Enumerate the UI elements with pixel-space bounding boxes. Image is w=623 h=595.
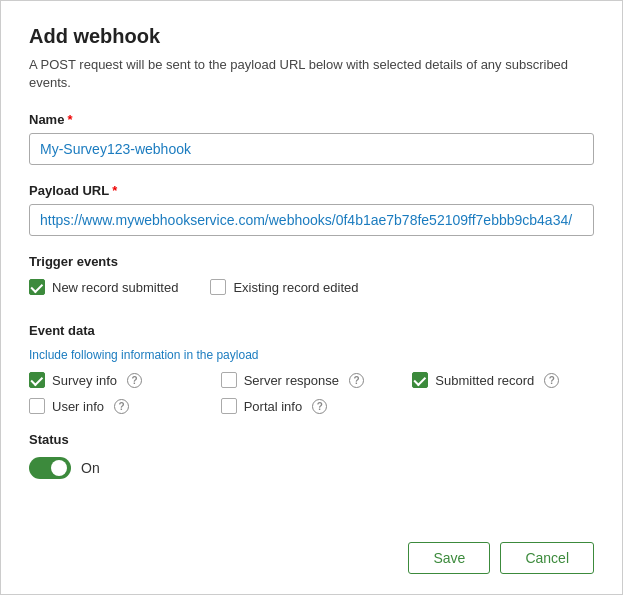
portal-info-help-icon: ? xyxy=(312,399,327,414)
trigger-events-row: New record submitted Existing record edi… xyxy=(29,279,594,295)
name-input[interactable] xyxy=(29,133,594,165)
dialog-footer: Save Cancel xyxy=(29,526,594,574)
trigger-new-record[interactable]: New record submitted xyxy=(29,279,178,295)
event-server-response-label: Server response xyxy=(244,373,339,388)
server-response-help-icon: ? xyxy=(349,373,364,388)
event-server-response[interactable]: Server response ? xyxy=(221,372,403,388)
add-webhook-dialog: Add webhook A POST request will be sent … xyxy=(0,0,623,595)
event-portal-info[interactable]: Portal info ? xyxy=(221,398,403,414)
event-submitted-record[interactable]: Submitted record ? xyxy=(412,372,594,388)
event-data-section: Event data Include following information… xyxy=(29,323,594,414)
payload-url-label: Payload URL* xyxy=(29,183,594,198)
trigger-new-record-label: New record submitted xyxy=(52,280,178,295)
event-portal-info-checkbox[interactable] xyxy=(221,398,237,414)
status-toggle-label: On xyxy=(81,460,100,476)
trigger-new-record-checkbox[interactable] xyxy=(29,279,45,295)
status-toggle[interactable] xyxy=(29,457,71,479)
event-survey-info-label: Survey info xyxy=(52,373,117,388)
payload-url-input[interactable] xyxy=(29,204,594,236)
event-survey-info[interactable]: Survey info ? xyxy=(29,372,211,388)
status-toggle-row: On xyxy=(29,457,594,479)
event-data-grid: Survey info ? Server response ? Submitte… xyxy=(29,372,594,414)
event-data-subtitle: Include following information in the pay… xyxy=(29,348,594,362)
event-data-title: Event data xyxy=(29,323,594,338)
name-field-group: Name* xyxy=(29,112,594,165)
event-survey-info-checkbox[interactable] xyxy=(29,372,45,388)
event-submitted-record-checkbox[interactable] xyxy=(412,372,428,388)
event-submitted-record-label: Submitted record xyxy=(435,373,534,388)
trigger-existing-record-checkbox[interactable] xyxy=(210,279,226,295)
event-server-response-checkbox[interactable] xyxy=(221,372,237,388)
dialog-description: A POST request will be sent to the paylo… xyxy=(29,56,594,92)
status-section: Status On xyxy=(29,432,594,479)
status-label: Status xyxy=(29,432,594,447)
payload-url-field-group: Payload URL* xyxy=(29,183,594,236)
save-button[interactable]: Save xyxy=(408,542,490,574)
event-portal-info-label: Portal info xyxy=(244,399,303,414)
trigger-events-title: Trigger events xyxy=(29,254,594,269)
name-required-indicator: * xyxy=(67,112,72,127)
event-user-info-label: User info xyxy=(52,399,104,414)
event-user-info-checkbox[interactable] xyxy=(29,398,45,414)
user-info-help-icon: ? xyxy=(114,399,129,414)
survey-info-help-icon: ? xyxy=(127,373,142,388)
trigger-existing-record[interactable]: Existing record edited xyxy=(210,279,358,295)
trigger-existing-record-label: Existing record edited xyxy=(233,280,358,295)
name-label: Name* xyxy=(29,112,594,127)
dialog-title: Add webhook xyxy=(29,25,594,48)
event-user-info[interactable]: User info ? xyxy=(29,398,211,414)
submitted-record-help-icon: ? xyxy=(544,373,559,388)
cancel-button[interactable]: Cancel xyxy=(500,542,594,574)
payload-url-required-indicator: * xyxy=(112,183,117,198)
trigger-events-section: Trigger events New record submitted Exis… xyxy=(29,254,594,299)
